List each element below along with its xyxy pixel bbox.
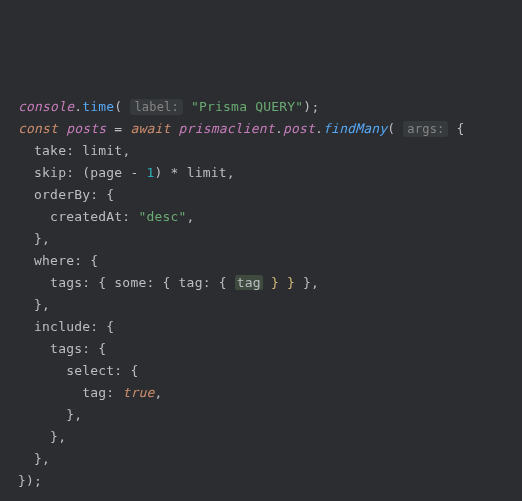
lbrace: {: [98, 341, 106, 356]
identifier-tag-highlight: tag: [235, 275, 263, 290]
prop-tags: tags: [50, 341, 82, 356]
identifier-limit: limit: [82, 143, 122, 158]
param-hint-label: label:: [130, 99, 183, 115]
line-11: include: {: [18, 319, 114, 334]
rbrace: }: [34, 297, 42, 312]
comma: ,: [227, 165, 235, 180]
identifier-page: page: [90, 165, 122, 180]
prop-orderby: orderBy: [34, 187, 90, 202]
prop-include: include: [34, 319, 90, 334]
prop-tag: tag: [82, 385, 106, 400]
line-9: tags: { some: { tag: { tag } } },: [18, 275, 319, 290]
comma: ,: [58, 429, 66, 444]
lbrace: {: [106, 187, 114, 202]
rbrace: }: [18, 473, 26, 488]
line-14: tag: true,: [18, 385, 163, 400]
colon: :: [106, 385, 114, 400]
line-12: tags: {: [18, 341, 106, 356]
rbrace: }: [303, 275, 311, 290]
line-5: orderBy: {: [18, 187, 114, 202]
line-8: where: {: [18, 253, 98, 268]
colon: :: [203, 275, 211, 290]
keyword-await: await: [130, 121, 170, 136]
colon: :: [114, 363, 122, 378]
minus: -: [130, 165, 138, 180]
colon: :: [74, 253, 82, 268]
line-1: console.time( label: "Prisma QUERY");: [18, 99, 319, 114]
method-time: time: [82, 99, 114, 114]
comma: ,: [74, 407, 82, 422]
colon: :: [82, 275, 90, 290]
prop-where: where: [34, 253, 74, 268]
rbrace: }: [34, 231, 42, 246]
line-18: });: [18, 473, 42, 488]
param-hint-args: args:: [403, 121, 448, 137]
line-3: take: limit,: [18, 143, 130, 158]
prop-tag: tag: [179, 275, 203, 290]
colon: :: [90, 187, 98, 202]
line-6: createdAt: "desc",: [18, 209, 195, 224]
identifier-posts: posts: [66, 121, 106, 136]
comma: ,: [187, 209, 195, 224]
line-2: const posts = await prismaclient.post.fi…: [18, 121, 465, 136]
lbrace: {: [98, 275, 106, 290]
lparen: (: [387, 121, 395, 136]
line-7: },: [18, 231, 50, 246]
rbrace: }: [66, 407, 74, 422]
rbrace: }: [287, 275, 295, 290]
keyword-const: const: [18, 121, 58, 136]
line-10: },: [18, 297, 50, 312]
identifier-prismaclient: prismaclient: [179, 121, 275, 136]
comma: ,: [311, 275, 319, 290]
string-literal: "Prisma QUERY": [191, 99, 303, 114]
identifier-console: console: [18, 99, 74, 114]
rbrace: }: [34, 451, 42, 466]
star: *: [171, 165, 179, 180]
prop-post: post: [283, 121, 315, 136]
rparen: ): [26, 473, 34, 488]
colon: :: [66, 165, 74, 180]
lbrace: {: [130, 363, 138, 378]
prop-tags: tags: [50, 275, 82, 290]
code-editor[interactable]: console.time( label: "Prisma QUERY"); co…: [18, 96, 512, 501]
line-4: skip: (page - 1) * limit,: [18, 165, 235, 180]
comma: ,: [154, 385, 162, 400]
prop-skip: skip: [34, 165, 66, 180]
colon: :: [122, 209, 130, 224]
dot: .: [74, 99, 82, 114]
comma: ,: [42, 451, 50, 466]
comma: ,: [122, 143, 130, 158]
number-1: 1: [146, 165, 154, 180]
semicolon: ;: [311, 99, 319, 114]
line-13: select: {: [18, 363, 138, 378]
line-15: },: [18, 407, 82, 422]
lbrace: {: [163, 275, 171, 290]
lbrace: {: [457, 121, 465, 136]
lparen: (: [114, 99, 122, 114]
lbrace: {: [219, 275, 227, 290]
line-17: },: [18, 451, 50, 466]
colon: :: [146, 275, 154, 290]
semicolon: ;: [34, 473, 42, 488]
prop-some: some: [114, 275, 146, 290]
string-desc: "desc": [138, 209, 186, 224]
dot: .: [275, 121, 283, 136]
line-16: },: [18, 429, 66, 444]
prop-createdat: createdAt: [50, 209, 122, 224]
comma: ,: [42, 297, 50, 312]
colon: :: [66, 143, 74, 158]
identifier-limit: limit: [187, 165, 227, 180]
rparen: ): [155, 165, 163, 180]
colon: :: [90, 319, 98, 334]
method-findmany: findMany: [323, 121, 387, 136]
dot: .: [315, 121, 323, 136]
comma: ,: [42, 231, 50, 246]
lbrace: {: [106, 319, 114, 334]
prop-select: select: [66, 363, 114, 378]
prop-take: take: [34, 143, 66, 158]
colon: :: [82, 341, 90, 356]
rbrace: }: [50, 429, 58, 444]
equals: =: [114, 121, 122, 136]
rbrace: }: [271, 275, 279, 290]
keyword-true: true: [122, 385, 154, 400]
